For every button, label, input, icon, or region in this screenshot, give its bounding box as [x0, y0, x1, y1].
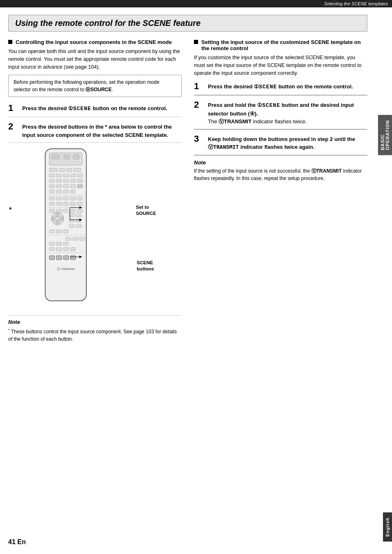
- left-step-2: 2 Press the desired buttons in the * are…: [8, 121, 182, 143]
- svg-rect-60: [66, 237, 71, 240]
- sidebar-english: English: [383, 512, 392, 542]
- scene-label: SCENEbuttons: [137, 260, 154, 272]
- right-note-section: Note If the setting of the input source …: [194, 159, 367, 182]
- svg-rect-42: [63, 209, 69, 212]
- svg-rect-27: [70, 190, 76, 193]
- svg-rect-35: [56, 202, 62, 205]
- svg-rect-50: [69, 214, 74, 217]
- svg-rect-11: [63, 174, 69, 177]
- right-step-2: 2 Press and hold the ①SCENE button and t…: [194, 99, 367, 129]
- two-column-layout: Controlling the input source components …: [8, 39, 367, 343]
- bottom-note-text: * These buttons control the input source…: [8, 328, 182, 343]
- svg-rect-10: [56, 174, 62, 177]
- svg-rect-14: [49, 179, 55, 182]
- source-label: Set toSOURCE: [136, 204, 156, 217]
- right-step-number-3: 3: [194, 134, 204, 152]
- svg-rect-58: [63, 230, 69, 233]
- sidebar-basic-text: BASICOPERATION: [380, 120, 390, 150]
- svg-rect-18: [77, 179, 83, 182]
- svg-rect-40: [49, 209, 55, 212]
- svg-rect-48: [52, 217, 55, 220]
- svg-rect-8: [74, 168, 81, 172]
- svg-rect-49: [60, 217, 63, 220]
- section-title: Using the remote control for the SCENE f…: [8, 15, 367, 32]
- right-step-number-2: 2: [194, 99, 204, 126]
- asterisk-diagram: *: [9, 206, 12, 214]
- svg-rect-17: [70, 179, 76, 182]
- page-content: Using the remote control for the SCENE f…: [0, 7, 392, 351]
- bottom-note-label: Note: [8, 319, 182, 325]
- svg-rect-19: [49, 185, 55, 188]
- svg-rect-56: [49, 230, 55, 233]
- step-content-2: Press the desired buttons in the * area …: [22, 121, 182, 139]
- bottom-note: Note * These buttons control the input s…: [8, 315, 182, 343]
- sidebar-english-text: English: [385, 517, 390, 537]
- svg-rect-30: [56, 197, 62, 200]
- page-number: 41 En: [8, 538, 26, 546]
- left-intro: You can operate both this unit and the i…: [8, 48, 182, 71]
- page-header: Selecting the SCENE templates: [0, 0, 392, 7]
- left-step-1: 1 Press the desired ①SCENE button on the…: [8, 103, 182, 117]
- step2-sub: The ⓋTRANSMIT indicator flashes twice.: [208, 118, 307, 125]
- svg-text:Ⓨ YAMAHA: Ⓨ YAMAHA: [57, 267, 74, 271]
- right-step-content-3: Keep holding down the buttons pressed in…: [208, 134, 367, 152]
- note-box: Before performing the following operatio…: [8, 75, 182, 97]
- svg-rect-34: [49, 202, 55, 205]
- section-title-text: Using the remote control for the SCENE f…: [15, 18, 201, 28]
- step-content-1: Press the desired ①SCENE button on the r…: [22, 103, 167, 113]
- svg-rect-15: [56, 179, 62, 182]
- right-step-3: 3 Keep holding down the buttons pressed …: [194, 134, 367, 155]
- svg-rect-31: [63, 197, 69, 200]
- right-step-content-2: Press and hold the ①SCENE button and the…: [208, 99, 367, 126]
- remote-diagram: Ⓨ YAMAHA Set toSOURCE SCENEbuttons *: [16, 147, 115, 307]
- right-note-label: Note: [194, 159, 367, 166]
- svg-rect-46: [56, 214, 59, 217]
- svg-rect-68: [63, 247, 69, 251]
- remote-svg: Ⓨ YAMAHA: [39, 147, 92, 307]
- right-column: Setting the input source of the customiz…: [194, 39, 367, 343]
- svg-rect-3: [64, 155, 70, 159]
- svg-rect-21: [63, 185, 69, 188]
- left-heading-text: Controlling the input source components …: [16, 39, 172, 45]
- svg-rect-54: [69, 224, 74, 228]
- svg-rect-44: [77, 209, 83, 212]
- right-note-content: If the setting of the input source is no…: [194, 167, 367, 182]
- svg-rect-65: [63, 242, 69, 245]
- svg-rect-72: [56, 256, 62, 260]
- svg-rect-71: [49, 256, 55, 260]
- svg-rect-24: [49, 190, 55, 193]
- right-heading: Setting the input source of the customiz…: [194, 39, 367, 51]
- svg-rect-37: [70, 202, 76, 205]
- right-step-1: 1 Press the desired ①SCENE button on the…: [194, 81, 367, 95]
- note-box-text: Before performing the following operatio…: [14, 79, 159, 92]
- svg-rect-29: [49, 197, 55, 200]
- svg-rect-25: [56, 190, 62, 193]
- svg-rect-16: [63, 179, 69, 182]
- svg-rect-52: [69, 219, 74, 222]
- svg-rect-73: [63, 256, 69, 260]
- svg-rect-22: [70, 185, 76, 188]
- left-heading: Controlling the input source components …: [8, 39, 182, 45]
- svg-rect-4: [73, 155, 79, 159]
- svg-rect-33: [77, 197, 83, 200]
- bottom-note-content: These buttons control the input source c…: [8, 329, 177, 342]
- right-steps: 1 Press the desired ①SCENE button on the…: [194, 81, 367, 155]
- svg-rect-23: [77, 185, 83, 188]
- svg-rect-41: [56, 209, 62, 212]
- svg-rect-61: [73, 237, 78, 240]
- svg-rect-69: [70, 247, 76, 251]
- svg-rect-63: [49, 242, 55, 245]
- svg-rect-36: [63, 202, 69, 205]
- bullet-square: [8, 40, 12, 44]
- svg-rect-43: [70, 209, 76, 212]
- right-step-content-1: Press the desired ①SCENE button on the r…: [208, 81, 353, 92]
- svg-rect-66: [49, 247, 55, 251]
- svg-rect-62: [80, 237, 85, 240]
- left-column: Controlling the input source components …: [8, 39, 182, 343]
- svg-rect-47: [56, 220, 59, 224]
- svg-rect-38: [77, 202, 83, 205]
- step-number-2: 2: [8, 121, 18, 139]
- svg-rect-12: [70, 174, 76, 177]
- svg-rect-9: [49, 174, 55, 177]
- svg-rect-51: [76, 214, 81, 217]
